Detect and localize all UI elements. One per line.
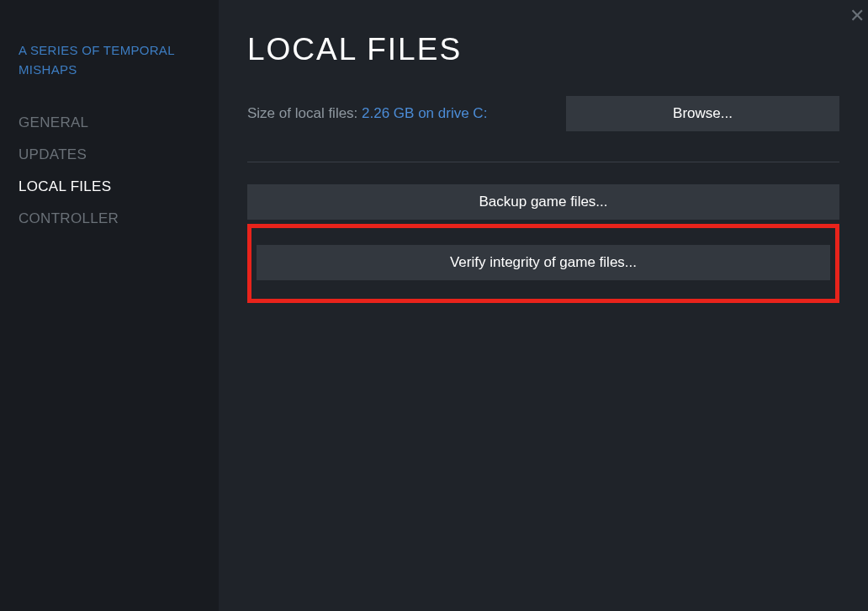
size-text-container: Size of local files: 2.26 GB on drive C:	[247, 105, 487, 122]
sidebar-item-general[interactable]: GENERAL	[19, 107, 200, 139]
game-title: A SERIES OF TEMPORAL MISHAPS	[19, 40, 200, 80]
verify-button[interactable]: Verify integrity of game files...	[257, 245, 830, 280]
highlight-annotation: Verify integrity of game files...	[247, 224, 839, 303]
backup-button[interactable]: Backup game files...	[247, 184, 839, 220]
size-value-link[interactable]: 2.26 GB on drive C:	[362, 105, 487, 121]
sidebar-item-local-files[interactable]: LOCAL FILES	[19, 171, 200, 203]
close-icon[interactable]: ✕	[849, 7, 865, 25]
sidebar-item-updates[interactable]: UPDATES	[19, 139, 200, 171]
divider	[247, 162, 839, 162]
main-panel: ✕ LOCAL FILES Size of local files: 2.26 …	[219, 0, 868, 611]
sidebar-item-controller[interactable]: CONTROLLER	[19, 203, 200, 235]
browse-button[interactable]: Browse...	[566, 96, 839, 131]
size-row: Size of local files: 2.26 GB on drive C:…	[247, 96, 839, 131]
page-title: LOCAL FILES	[247, 32, 839, 67]
sidebar: A SERIES OF TEMPORAL MISHAPS GENERAL UPD…	[0, 0, 219, 611]
size-label: Size of local files:	[247, 105, 362, 121]
